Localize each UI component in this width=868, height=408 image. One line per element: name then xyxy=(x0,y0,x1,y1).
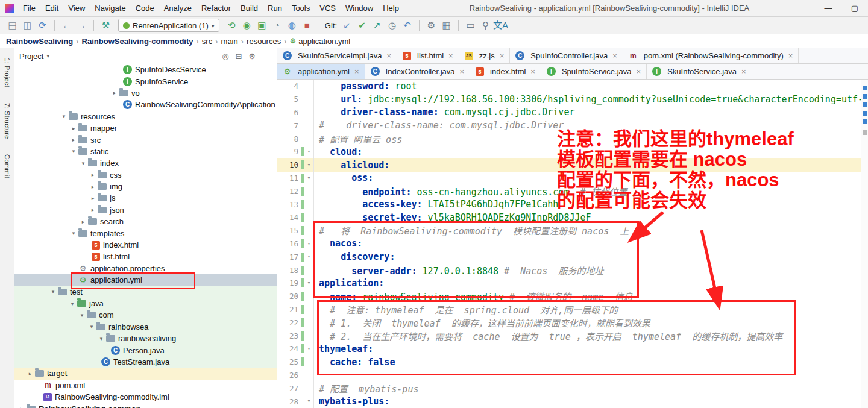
chevron-down-icon[interactable]: ▾ xyxy=(46,53,49,59)
tab-spuinfoservice-java[interactable]: ISpuInfoService.java× xyxy=(541,64,647,79)
tree-item-static[interactable]: ▾static xyxy=(14,146,277,157)
tab-pom-xml-rainbowsealiving-commodity[interactable]: mpom.xml (RainbowSealiving-commodity)× xyxy=(623,48,799,63)
tree-item-src[interactable]: ▸src xyxy=(14,134,277,145)
run-config-select[interactable]: RenrenApplication (1)▾ xyxy=(118,19,219,32)
menu-refactor[interactable]: Refactor xyxy=(197,0,236,16)
tree-collapse-arrow[interactable]: ▾ xyxy=(87,324,96,330)
code-line-6[interactable]: 6 driver-class-name: com.mysql.cj.jdbc.D… xyxy=(277,106,868,119)
close-icon[interactable]: × xyxy=(788,51,793,60)
tree-item-css[interactable]: ▸css xyxy=(14,169,277,181)
close-icon[interactable]: × xyxy=(637,67,641,76)
code-line-13[interactable]: 13 access-key: LTAI5tP4G6hDJqh7FPe1Cahh xyxy=(277,198,868,211)
tree-item-index-html[interactable]: 5index.html xyxy=(14,239,277,251)
tree-item-application-yml[interactable]: ⚙application.yml xyxy=(14,274,277,286)
project-view-title[interactable]: Project xyxy=(19,52,43,61)
fold-marker[interactable]: ▾ xyxy=(304,145,314,158)
tree-item-templates[interactable]: ▾templates xyxy=(14,227,277,239)
tab-skuinfoserviceimpl-java[interactable]: CSkuInfoServiceImpl.java× xyxy=(277,48,397,63)
code-line-9[interactable]: 9▾ cloud: xyxy=(277,145,868,158)
code-line-17[interactable]: 17▾ discovery: xyxy=(277,250,868,263)
tree-expand-arrow[interactable]: ▸ xyxy=(110,90,119,96)
tree-item-application-properties[interactable]: ⚙application.properties xyxy=(14,263,277,274)
breadcrumb-item-resources[interactable]: resources xyxy=(247,37,281,46)
tree-collapse-arrow[interactable]: ▾ xyxy=(59,113,69,119)
code-line-22[interactable]: 22 # 1. 关闭 thymeleaf 的缓存，这样当前前端页面变化时，就能看… xyxy=(277,316,868,329)
tree-expand-arrow[interactable]: ▸ xyxy=(69,125,78,131)
close-icon[interactable]: × xyxy=(354,67,359,76)
debug-icon[interactable]: ◉ xyxy=(239,17,254,34)
tree-expand-arrow[interactable]: ▸ xyxy=(88,172,98,178)
tree-item-spuinfodescservice[interactable]: ISpuInfoDescService xyxy=(14,64,277,75)
locate-icon[interactable]: ◎ xyxy=(219,52,232,61)
code-line-16[interactable]: 16▾ nacos: xyxy=(277,237,868,251)
history-icon[interactable]: ◷ xyxy=(385,17,400,34)
code-line-15[interactable]: 15# 将 RainbowSealiving-commodity 模块配置注册到… xyxy=(277,224,868,237)
menu-build[interactable]: Build xyxy=(236,0,263,16)
breadcrumb-item-main[interactable]: main xyxy=(221,37,238,46)
close-icon[interactable]: × xyxy=(612,51,617,60)
menu-view[interactable]: View xyxy=(63,0,90,16)
code-line-11[interactable]: 11▾ oss: xyxy=(277,172,868,185)
menu-edit[interactable]: Edit xyxy=(40,0,63,16)
tree-item-mapper[interactable]: ▸mapper xyxy=(14,122,277,134)
tree-expand-arrow[interactable]: ▸ xyxy=(17,406,27,408)
tree-item-rainbowsea[interactable]: ▾rainbowsea xyxy=(14,321,277,333)
sync-icon[interactable]: ⟳ xyxy=(35,17,50,34)
git-commit-icon[interactable]: ✔ xyxy=(354,17,370,34)
code-line-28[interactable]: 28▾mybatis-plus: xyxy=(277,395,868,408)
forward-icon[interactable]: → xyxy=(74,17,89,34)
tree-item-java[interactable]: ▾java xyxy=(14,298,277,309)
breadcrumb-item-rainbowsealiving[interactable]: RainbowSealiving xyxy=(6,37,73,46)
tree-expand-arrow[interactable]: ▸ xyxy=(78,219,88,225)
tree-item-rainbowsealivingcommodityapplication[interactable]: CRainbowSealivingCommodityApplication xyxy=(14,99,277,110)
tab-list-html[interactable]: 5list.html× xyxy=(397,48,459,63)
tree-expand-arrow[interactable]: ▸ xyxy=(88,207,98,213)
coverage-icon[interactable]: ▣ xyxy=(254,17,269,34)
menu-window[interactable]: Window xyxy=(341,0,378,16)
save-all-icon[interactable]: ◫ xyxy=(20,17,35,34)
breadcrumb-item-rainbowsealiving-commodity[interactable]: RainbowSealiving-commodity xyxy=(82,37,193,46)
tree-item-resources[interactable]: ▾resources xyxy=(14,111,277,122)
tree-collapse-arrow[interactable]: ▾ xyxy=(77,312,87,318)
tree-collapse-arrow[interactable]: ▾ xyxy=(78,160,88,166)
tree-item-test[interactable]: ▾test xyxy=(14,286,277,297)
close-icon[interactable]: × xyxy=(741,67,746,76)
fold-marker[interactable]: ▾ xyxy=(304,277,314,290)
maximize-button[interactable]: ▢ xyxy=(841,0,868,16)
tree-item-js[interactable]: ▸js xyxy=(14,192,277,204)
tree-item-teststream-java[interactable]: CTestStream.java xyxy=(14,356,277,368)
fold-marker[interactable]: ▾ xyxy=(304,250,314,263)
git-update-icon[interactable]: ↙ xyxy=(339,17,354,34)
terminal-icon[interactable]: ▭ xyxy=(463,17,478,34)
code-line-5[interactable]: 5 url: jdbc:mysql://192.168.56.100:3306/… xyxy=(277,93,868,106)
tool-window-button-7-structure[interactable]: 7: Structure xyxy=(4,103,11,139)
tab-skuinfoservice-java[interactable]: ISkuInfoService.java× xyxy=(647,64,752,79)
code-line-27[interactable]: 27# 配置 mybatis-pus xyxy=(277,381,868,395)
fold-marker[interactable]: ▾ xyxy=(304,342,314,356)
code-line-25[interactable]: 25 cache: false xyxy=(277,356,868,369)
stop-icon[interactable]: ■ xyxy=(300,17,315,34)
close-icon[interactable]: × xyxy=(460,67,465,76)
minimize-button[interactable]: — xyxy=(815,0,841,16)
code-line-19[interactable]: 19▾application: xyxy=(277,277,868,290)
profiler-icon[interactable]: ◔ xyxy=(269,17,285,34)
wrench-icon[interactable]: ⚙ xyxy=(424,17,439,34)
code-line-24[interactable]: 24▾thymeleaf: xyxy=(277,342,868,356)
code-line-7[interactable]: 7# driver-class-name: com.mysql.jdbc.Dri… xyxy=(277,119,868,132)
tool-window-button-1-project[interactable]: 1: Project xyxy=(4,58,11,87)
code-line-10[interactable]: 10▾ alicloud: xyxy=(277,158,868,172)
fold-marker[interactable]: ▾ xyxy=(304,237,314,251)
tree-expand-arrow[interactable]: ▸ xyxy=(88,184,98,190)
code-line-14[interactable]: 14 secret-key: vl5kaBORH1QADEzKq9NInpRdD… xyxy=(277,211,868,224)
code-line-4[interactable]: 4 password: root xyxy=(277,80,868,93)
tree-item-search[interactable]: ▸search xyxy=(14,216,277,227)
breadcrumb-item-application-yml[interactable]: ⚙application.yml xyxy=(290,37,351,46)
tab-index-html[interactable]: 5index.html× xyxy=(470,64,541,79)
tree-item-com[interactable]: ▾com xyxy=(14,309,277,321)
menu-code[interactable]: Code xyxy=(131,0,159,16)
code-line-20[interactable]: 20 name: rainbowSealiving-commodity # 该微… xyxy=(277,290,868,303)
git-push-icon[interactable]: ↗ xyxy=(370,17,385,34)
settings-icon[interactable]: ⚙ xyxy=(245,52,259,61)
tree-collapse-arrow[interactable]: ▾ xyxy=(69,230,78,236)
breadcrumb-item-src[interactable]: src xyxy=(202,37,212,46)
